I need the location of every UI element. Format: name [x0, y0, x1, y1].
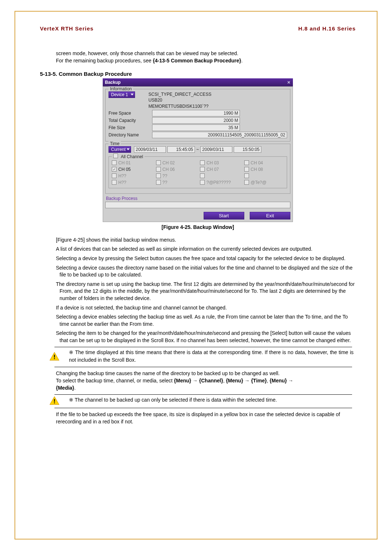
figure-caption: [Figure 4-25. Backup Window] — [40, 224, 356, 230]
tail-text: If the file to be backed up exceeds the … — [56, 411, 356, 425]
backup-titlebar: Backup ✕ — [103, 78, 293, 86]
mid-l2a: To select the backup time, channel, or m… — [56, 378, 174, 383]
devinfo-3: MEMORETTUSBDISK1100`?? — [148, 103, 287, 109]
intro-l2-c: . — [241, 58, 242, 63]
val-free-space: 1990 M — [152, 110, 240, 116]
chevron-down-icon — [131, 94, 134, 95]
channel-2: CH 02 — [156, 160, 196, 165]
arrow-icon: → — [287, 378, 293, 383]
mid-media: {Media} — [56, 385, 74, 391]
legend-information: Information — [109, 86, 133, 91]
devinfo-2: USB20 — [148, 97, 287, 103]
mid-dot: . — [74, 385, 76, 391]
group-time: Time Current 2009/03/11 15:45:05 ~ 2009/… — [105, 144, 290, 194]
channel-6: CH 06 — [156, 167, 196, 172]
intro-line2: For the remaining backup procedures, see… — [56, 57, 356, 65]
channel-label: CH 02 — [163, 160, 175, 165]
backup-process-label: Backup Process — [106, 196, 290, 201]
channel-16: @Te?@ — [244, 180, 284, 185]
mid-line2: To select the backup time, channel, or m… — [56, 377, 356, 385]
device-select[interactable]: Device 1 — [109, 91, 135, 98]
svg-rect-2 — [54, 358, 55, 360]
bullet-3: Selecting a device by pressing the Selec… — [40, 255, 356, 262]
channel-checkbox — [244, 167, 249, 172]
channel-label: CH 01 — [118, 160, 131, 165]
lab-total-cap: Total Capacity — [109, 118, 152, 123]
backup-progress — [105, 202, 290, 208]
legend-all-channel: All Channel — [112, 153, 144, 159]
channel-label: ?? — [163, 173, 167, 178]
note-1-text: ※ The time displayed at this time means … — [69, 349, 356, 364]
note-2: ※ The channel to be backed up can only b… — [40, 396, 356, 405]
bullet-2: A list of devices that can be selected a… — [40, 246, 356, 253]
channel-checkbox — [244, 180, 249, 185]
channel-8: CH 08 — [244, 167, 284, 172]
chevron-down-icon — [127, 148, 130, 150]
mid-line3: {Media}. — [56, 385, 356, 392]
to-time[interactable]: 15:50:05 — [234, 146, 261, 153]
warning-icon — [49, 352, 60, 361]
svg-rect-5 — [54, 402, 55, 403]
lab-free-space: Free Space — [109, 111, 152, 116]
to-date[interactable]: 2009/03/11 — [200, 146, 232, 153]
all-channel-checkbox[interactable] — [113, 153, 118, 158]
channel-checkbox — [112, 160, 117, 165]
channel-12 — [244, 173, 284, 178]
channel-checkbox — [200, 167, 205, 172]
channel-7: CH 07 — [200, 167, 240, 172]
channel-label: H?? — [118, 173, 126, 178]
bullet-4: Selecting a device causes the directory … — [40, 264, 356, 279]
lab-file-size: File Size — [109, 125, 152, 130]
channel-checkbox — [200, 160, 205, 165]
header-right: H.8 and H.16 Series — [298, 25, 356, 32]
device-selected-label: Device 1 — [111, 92, 128, 97]
note-1: ※ The time displayed at this time means … — [40, 349, 356, 364]
mid-comma2: , — [267, 378, 270, 383]
time-mode-label: Current — [111, 147, 126, 152]
warning-icon — [49, 396, 60, 405]
channel-checkbox — [156, 173, 161, 178]
from-date[interactable]: 2009/03/11 — [134, 146, 166, 153]
channel-label: CH 05 — [118, 167, 131, 172]
channel-checkbox — [156, 167, 161, 172]
channel-checkbox — [112, 173, 117, 178]
channel-checkbox — [156, 180, 161, 185]
section-title: 5-13-5. Common Backup Procedure — [40, 71, 356, 77]
divider — [54, 367, 352, 367]
backup-window: Backup ✕ Information Device 1 SCSI_TYPE_… — [103, 78, 293, 222]
divider — [54, 394, 352, 395]
exit-button[interactable]: Exit — [250, 212, 290, 219]
bullet-7: Selecting a device enables selecting the… — [40, 313, 356, 328]
channel-label: CH 03 — [207, 160, 219, 165]
lab-dir: Directory Name — [109, 132, 152, 138]
arrow-icon: → — [243, 378, 251, 383]
val-total-cap: 2000 M — [152, 117, 240, 124]
time-mode-select[interactable]: Current — [109, 146, 131, 153]
mid-line1: Changing the backup time causes the name… — [56, 370, 356, 377]
channel-label: CH 07 — [207, 167, 219, 172]
from-time[interactable]: 15:45:05 — [167, 146, 195, 153]
description-list: [Figure 4-25] shows the initial backup w… — [40, 237, 356, 344]
channel-label: CH 08 — [251, 167, 263, 172]
mid-menu2: {Menu} — [226, 378, 243, 383]
channel-checkbox — [156, 160, 161, 165]
device-info: SCSI_TYPE_DIRECT_ACCESS USB20 MEMORETTUS… — [148, 91, 287, 109]
channel-11 — [200, 173, 240, 178]
channel-10: ?? — [156, 173, 196, 178]
note-2-text: ※ The channel to be backed up can only b… — [69, 396, 356, 405]
page-header: VerteX RTH Series H.8 and H.16 Series — [40, 25, 356, 32]
group-all-channel: All Channel CH 01CH 02CH 03CH 04CH 05CH … — [109, 156, 287, 188]
mid-menu3: {Menu} — [270, 378, 287, 383]
legend-time: Time — [109, 141, 121, 146]
channel-checkbox[interactable] — [112, 167, 117, 172]
channel-5[interactable]: CH 05 — [112, 167, 152, 172]
start-button[interactable]: Start — [204, 212, 244, 219]
arrow-icon: → — [191, 378, 199, 383]
channel-checkbox — [200, 173, 205, 178]
svg-rect-4 — [54, 399, 55, 402]
channel-label: ?? — [163, 180, 167, 185]
close-icon[interactable]: ✕ — [286, 79, 291, 84]
svg-rect-1 — [54, 355, 55, 358]
all-channel-label: All Channel — [121, 154, 143, 159]
channel-3: CH 03 — [200, 160, 240, 165]
